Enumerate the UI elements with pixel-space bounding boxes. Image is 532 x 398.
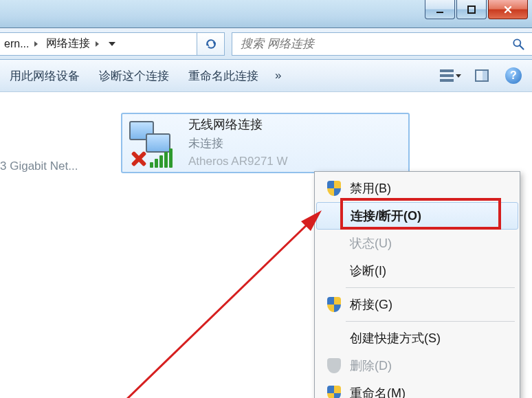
help-icon: ? <box>505 67 522 84</box>
toolbar-use-device-label: 用此网络设备 <box>10 68 80 84</box>
shield-icon <box>327 181 341 196</box>
address-bar: ern... 网络连接 <box>0 28 532 60</box>
menu-separator <box>346 321 515 322</box>
help-button[interactable]: ? <box>499 63 528 88</box>
svg-rect-0 <box>436 12 443 13</box>
breadcrumb-crumb-2-label: 网络连接 <box>46 36 90 51</box>
view-options-icon <box>440 69 454 82</box>
menu-item-create-shortcut[interactable]: 创建快捷方式(S) <box>317 324 518 352</box>
content-area: 3 Gigabit Net... 无线网络连接 未连接 Atheros AR92… <box>0 92 532 398</box>
shield-icon <box>327 297 341 312</box>
adapter-context-menu: 禁用(B) 连接/断开(O) 状态(U) 诊断(I) 桥接(G) 创建快捷方式(… <box>314 171 520 398</box>
toolbar-rename-label: 重命名此连接 <box>188 68 258 84</box>
menu-item-diagnose[interactable]: 诊断(I) <box>317 257 518 285</box>
breadcrumb[interactable]: ern... 网络连接 <box>0 32 197 56</box>
menu-item-bridge-label: 桥接(G) <box>350 296 392 313</box>
menu-item-connect-disconnect-label: 连接/断开(O) <box>351 208 421 224</box>
toolbar-rename[interactable]: 重命名此连接 <box>179 60 268 91</box>
refresh-button[interactable] <box>197 32 225 56</box>
minimize-button[interactable] <box>425 0 455 19</box>
toolbar-use-device[interactable]: 用此网络设备 <box>0 60 89 91</box>
menu-item-create-shortcut-label: 创建快捷方式(S) <box>350 330 441 346</box>
menu-separator <box>346 287 515 288</box>
wireless-adapter-item[interactable]: 无线网络连接 未连接 Atheros AR9271 W <box>121 113 410 173</box>
preview-pane-button[interactable] <box>467 63 496 88</box>
disconnected-x-icon <box>129 150 147 168</box>
adapter-name: 无线网络连接 <box>188 115 288 135</box>
svg-rect-1 <box>468 6 475 13</box>
search-icon <box>511 37 525 51</box>
breadcrumb-crumb-1-label: ern... <box>4 38 29 50</box>
menu-item-connect-disconnect[interactable]: 连接/断开(O) <box>316 202 518 230</box>
command-toolbar: 用此网络设备 诊断这个连接 重命名此连接 » ? <box>0 60 532 92</box>
menu-item-delete: 删除(D) <box>317 352 518 379</box>
menu-item-rename-label: 重命名(M) <box>350 385 406 398</box>
shield-icon <box>327 386 341 398</box>
preview-pane-icon <box>475 69 489 82</box>
toolbar-diagnose[interactable]: 诊断这个连接 <box>89 60 179 91</box>
toolbar-overflow[interactable]: » <box>268 69 288 82</box>
menu-item-disable[interactable]: 禁用(B) <box>317 175 518 202</box>
svg-line-3 <box>520 45 524 49</box>
menu-item-status: 状态(U) <box>317 230 518 257</box>
search-box[interactable] <box>232 32 532 56</box>
menu-item-bridge[interactable]: 桥接(G) <box>317 291 518 318</box>
chevron-right-icon <box>96 41 99 47</box>
window-titlebar <box>0 0 532 28</box>
chevron-right-icon <box>34 41 38 47</box>
chevron-down-icon <box>109 42 115 46</box>
adapter-status: 未连接 <box>188 135 288 153</box>
svg-line-4 <box>103 216 316 398</box>
search-input[interactable] <box>232 37 505 51</box>
menu-item-diagnose-label: 诊断(I) <box>350 263 386 279</box>
adjacent-adapter-text: 3 Gigabit Net... <box>0 159 78 173</box>
menu-item-delete-label: 删除(D) <box>350 357 392 374</box>
view-options-button[interactable] <box>436 63 465 88</box>
search-button[interactable] <box>505 32 532 56</box>
close-button[interactable] <box>488 0 528 19</box>
toolbar-overflow-label: » <box>275 69 281 82</box>
refresh-icon <box>204 37 218 51</box>
breadcrumb-dropdown[interactable] <box>103 33 120 55</box>
breadcrumb-crumb-1[interactable]: ern... <box>0 33 42 55</box>
annotation-arrow <box>89 202 344 398</box>
menu-item-disable-label: 禁用(B) <box>350 180 391 197</box>
breadcrumb-crumb-2[interactable]: 网络连接 <box>42 33 103 55</box>
chevron-down-icon <box>456 74 461 78</box>
toolbar-diagnose-label: 诊断这个连接 <box>99 68 169 84</box>
wifi-signal-icon <box>150 148 173 168</box>
menu-item-rename[interactable]: 重命名(M) <box>317 379 518 398</box>
menu-item-status-label: 状态(U) <box>350 235 392 252</box>
adapter-device: Atheros AR9271 W <box>188 153 288 170</box>
network-adapter-icon <box>126 118 181 168</box>
maximize-button[interactable] <box>456 0 487 19</box>
shield-icon <box>327 358 341 373</box>
